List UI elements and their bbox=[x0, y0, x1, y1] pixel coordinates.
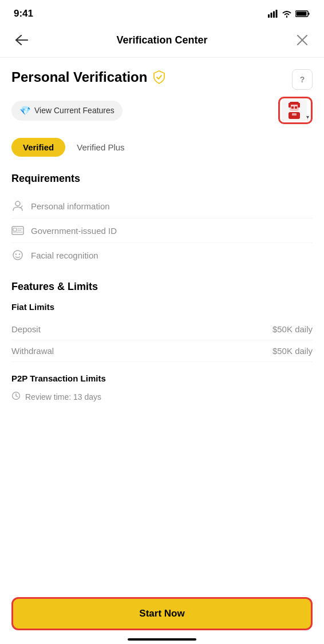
avatar-image bbox=[284, 101, 305, 120]
nav-header: Verification Center bbox=[0, 25, 324, 58]
svg-point-26 bbox=[15, 253, 17, 255]
avatar-container[interactable]: ▾ bbox=[278, 97, 313, 124]
svg-rect-12 bbox=[289, 103, 291, 108]
status-bar: 9:41 bbox=[0, 0, 324, 25]
req-personal-info: Personal information bbox=[31, 201, 110, 211]
req-facial: Facial recognition bbox=[31, 251, 98, 260]
wifi-icon bbox=[282, 10, 292, 18]
start-now-label: Start Now bbox=[139, 608, 184, 619]
help-button[interactable]: ? bbox=[292, 69, 313, 90]
page-title: Verification Center bbox=[116, 34, 207, 46]
person-icon bbox=[11, 200, 24, 212]
requirements-section: Requirements Personal information bbox=[11, 173, 313, 267]
svg-line-30 bbox=[16, 396, 18, 397]
limit-row: Withdrawal $50K daily bbox=[11, 340, 313, 362]
deposit-label: Deposit bbox=[11, 324, 41, 334]
diamond-icon: 💎 bbox=[19, 105, 31, 116]
fiat-limits-title: Fiat Limits bbox=[11, 302, 313, 312]
id-card-icon bbox=[11, 224, 24, 237]
main-content: Personal Verification ? 💎 View Current F… bbox=[0, 58, 324, 599]
withdrawal-value: $50K daily bbox=[272, 346, 313, 356]
requirement-item: Government-issued ID bbox=[11, 218, 313, 243]
svg-rect-6 bbox=[297, 12, 307, 16]
review-time-text: Review time: 13 days bbox=[25, 392, 101, 401]
section-title: Personal Verification bbox=[11, 69, 147, 85]
svg-rect-1 bbox=[271, 13, 272, 18]
title-row: Personal Verification bbox=[11, 69, 167, 85]
view-features-button[interactable]: 💎 View Current Features bbox=[11, 101, 123, 121]
svg-rect-11 bbox=[290, 102, 299, 105]
status-time: 9:41 bbox=[14, 8, 33, 19]
section-header: Personal Verification ? bbox=[11, 69, 313, 90]
requirement-item: Facial recognition bbox=[11, 243, 313, 267]
tab-verified-plus-label: Verified Plus bbox=[77, 142, 124, 152]
svg-point-25 bbox=[13, 251, 22, 260]
svg-rect-21 bbox=[13, 228, 17, 231]
svg-rect-2 bbox=[273, 11, 275, 18]
avatar bbox=[282, 99, 307, 122]
features-row: 💎 View Current Features bbox=[11, 97, 313, 124]
svg-point-18 bbox=[15, 201, 20, 206]
svg-point-27 bbox=[19, 253, 20, 255]
p2p-title: P2P Transaction Limits bbox=[11, 373, 313, 383]
svg-rect-15 bbox=[295, 106, 297, 109]
clock-icon bbox=[11, 391, 21, 402]
battery-icon bbox=[295, 10, 310, 18]
p2p-review-row: Review time: 13 days bbox=[11, 388, 313, 406]
face-icon bbox=[11, 249, 24, 261]
svg-rect-13 bbox=[298, 103, 300, 108]
close-button[interactable] bbox=[292, 30, 313, 50]
help-label: ? bbox=[300, 75, 305, 84]
bottom-bar: Start Now bbox=[0, 590, 324, 644]
deposit-value: $50K daily bbox=[272, 324, 313, 334]
status-icons bbox=[268, 10, 310, 18]
tabs-row: Verified Verified Plus bbox=[11, 138, 313, 157]
requirements-title: Requirements bbox=[11, 173, 313, 185]
signal-icon bbox=[268, 10, 278, 18]
home-indicator bbox=[128, 638, 196, 641]
req-gov-id: Government-issued ID bbox=[31, 226, 117, 236]
features-limits-section: Features & Limits Fiat Limits Deposit $5… bbox=[11, 281, 313, 406]
svg-rect-5 bbox=[309, 13, 310, 15]
svg-rect-17 bbox=[292, 113, 297, 116]
view-features-label: View Current Features bbox=[34, 106, 114, 115]
avatar-dropdown-arrow: ▾ bbox=[306, 114, 309, 120]
features-limits-title: Features & Limits bbox=[11, 281, 313, 293]
svg-rect-0 bbox=[268, 14, 270, 18]
withdrawal-label: Withdrawal bbox=[11, 346, 54, 356]
svg-rect-14 bbox=[291, 106, 294, 109]
svg-rect-3 bbox=[276, 10, 278, 18]
requirement-item: Personal information bbox=[11, 194, 313, 218]
start-now-button[interactable]: Start Now bbox=[11, 597, 313, 630]
tab-verified-label: Verified bbox=[23, 142, 54, 152]
back-button[interactable] bbox=[11, 30, 32, 50]
tab-verified[interactable]: Verified bbox=[11, 138, 65, 157]
tab-verified-plus[interactable]: Verified Plus bbox=[74, 138, 127, 157]
limit-row: Deposit $50K daily bbox=[11, 319, 313, 340]
shield-icon bbox=[152, 70, 167, 85]
